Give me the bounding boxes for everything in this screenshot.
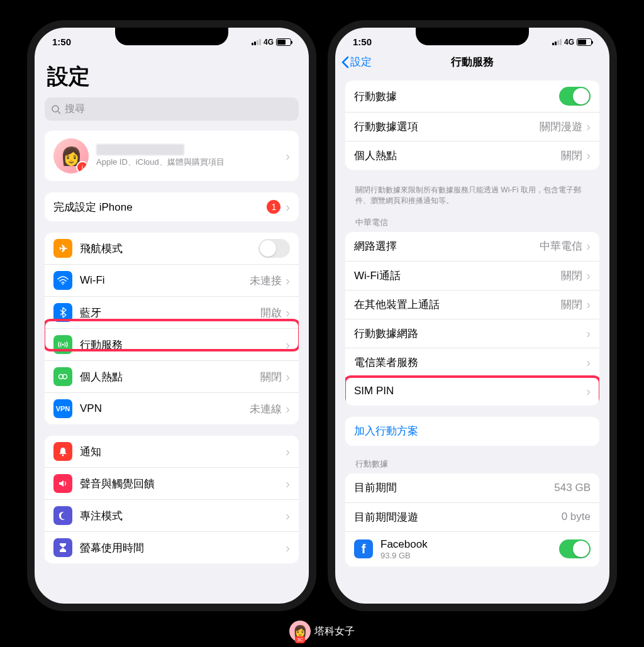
chevron-right-icon: ›: [586, 119, 591, 134]
status-time: 1:50: [52, 36, 71, 47]
calls-other-devices-row[interactable]: 在其他裝置上通話 關閉 ›: [345, 290, 599, 319]
finish-setup-label: 完成設定 iPhone: [53, 200, 267, 214]
chevron-right-icon: ›: [286, 274, 290, 288]
phone-settings: 1:50 4G 設定 搜尋 👩i Apple ID、iCloud、媒體與購買項目…: [27, 20, 316, 611]
svg-point-2: [62, 284, 64, 285]
battery-icon: [577, 38, 592, 46]
profile-subtitle: Apple ID、iCloud、媒體與購買項目: [96, 157, 286, 168]
sim-pin-row[interactable]: SIM PIN ›: [345, 377, 599, 406]
search-input[interactable]: 搜尋: [45, 97, 299, 121]
personal-hotspot-row[interactable]: 個人熱點 關閉 ›: [345, 141, 599, 170]
sounds-row[interactable]: 聲音與觸覺回饋 ›: [45, 467, 299, 499]
chevron-right-icon: ›: [286, 370, 290, 384]
chevron-right-icon: ›: [586, 239, 591, 253]
speaker-icon: [53, 474, 72, 493]
wifi-icon: [53, 271, 72, 290]
app-facebook-row[interactable]: f Facebook 93.9 GB: [345, 531, 599, 567]
status-bar: 1:50 4G: [335, 28, 609, 50]
carrier-services-row[interactable]: 電信業者服務 ›: [345, 348, 599, 377]
chevron-right-icon: ›: [286, 477, 290, 491]
chevron-right-icon: ›: [586, 268, 591, 283]
antenna-icon: [53, 335, 72, 354]
status-bar: 1:50 4G: [35, 28, 309, 50]
chevron-right-icon: ›: [586, 326, 591, 341]
hotspot-icon: [53, 367, 72, 386]
cellular-row[interactable]: 行動服務 ›: [45, 328, 299, 360]
carrier-header: 中華電信: [345, 216, 599, 232]
chevron-right-icon: ›: [286, 338, 290, 352]
chevron-right-icon: ›: [586, 297, 591, 312]
watermark-text: 塔科女子: [314, 625, 355, 638]
chevron-right-icon: ›: [286, 149, 290, 163]
finish-setup-row[interactable]: 完成設定 iPhone 1 ›: [45, 192, 299, 221]
hourglass-icon: [53, 538, 72, 557]
status-indicators: 4G: [252, 38, 291, 47]
cellular-footer: 關閉行動數據來限制所有數據服務只能透過 Wi-Fi 取用，包含電子郵件、瀏覽網頁…: [345, 181, 599, 216]
facebook-toggle[interactable]: [559, 539, 591, 558]
chevron-right-icon: ›: [586, 384, 591, 399]
vpn-row[interactable]: VPN VPN 未連線 ›: [45, 392, 299, 424]
chevron-left-icon: [341, 56, 349, 69]
search-icon: [51, 104, 61, 114]
avatar: 👩i: [53, 138, 89, 174]
wifi-calling-row[interactable]: Wi-Fi通話 關閉 ›: [345, 261, 599, 290]
nav-title: 行動服務: [451, 55, 494, 69]
signal-icon: [252, 39, 261, 45]
search-placeholder: 搜尋: [65, 102, 85, 116]
notifications-row[interactable]: 通知 ›: [45, 436, 299, 467]
chevron-right-icon: ›: [286, 445, 290, 459]
network-selection-row[interactable]: 網路選擇 中華電信 ›: [345, 232, 599, 261]
moon-icon: [53, 506, 72, 525]
airplane-mode-row[interactable]: ✈ 飛航模式: [45, 233, 299, 264]
chevron-right-icon: ›: [286, 306, 290, 320]
chevron-right-icon: ›: [286, 541, 290, 555]
chevron-right-icon: ›: [286, 509, 290, 523]
network-label: 4G: [264, 38, 274, 47]
data-network-row[interactable]: 行動數據網路 ›: [345, 319, 599, 348]
data-options-row[interactable]: 行動數據選項 關閉漫遊 ›: [345, 112, 599, 141]
svg-point-3: [62, 344, 64, 346]
back-button[interactable]: 設定: [341, 55, 372, 69]
chevron-right-icon: ›: [586, 148, 591, 163]
svg-point-6: [62, 455, 64, 456]
signal-icon: [552, 39, 562, 45]
battery-icon: [276, 38, 291, 46]
profile-name-redacted: [96, 144, 184, 155]
airplane-icon: ✈: [53, 239, 72, 258]
focus-row[interactable]: 專注模式 ›: [45, 499, 299, 531]
screentime-row[interactable]: 螢幕使用時間 ›: [45, 531, 299, 563]
vpn-icon: VPN: [53, 399, 72, 418]
bell-icon: [53, 442, 72, 461]
chevron-right-icon: ›: [586, 355, 591, 370]
roaming-period-row: 目前期間漫遊 0 byte: [345, 502, 599, 531]
page-title: 設定: [45, 50, 299, 97]
data-usage-header: 行動數據: [345, 457, 599, 473]
badge-count: 1: [267, 200, 280, 214]
phone-cellular: 1:50 4G 設定 行動服務 行動數據 行動數據選項 關閉漫遊 › 個人熱點: [328, 20, 617, 611]
add-plan-row[interactable]: 加入行動方案: [345, 417, 599, 446]
network-label: 4G: [564, 38, 574, 47]
watermark-avatar-icon: 👩: [289, 621, 311, 642]
hotspot-row[interactable]: 個人熱點 關閉 ›: [45, 360, 299, 392]
airplane-toggle[interactable]: [258, 239, 290, 258]
chevron-right-icon: ›: [286, 200, 290, 214]
bluetooth-icon: [53, 303, 72, 322]
facebook-icon: f: [354, 539, 373, 558]
bluetooth-row[interactable]: 藍牙 開啟 ›: [45, 296, 299, 328]
wifi-row[interactable]: Wi-Fi 未連接 ›: [45, 264, 299, 296]
apple-id-row[interactable]: 👩i Apple ID、iCloud、媒體與購買項目 ›: [45, 131, 299, 181]
status-indicators: 4G: [552, 38, 592, 47]
cellular-data-toggle[interactable]: [559, 87, 591, 106]
svg-point-0: [52, 106, 58, 112]
svg-line-1: [58, 111, 60, 114]
current-period-row: 目前期間 543 GB: [345, 473, 599, 502]
nav-bar: 設定 行動服務: [335, 50, 609, 75]
status-time: 1:50: [353, 36, 372, 47]
chevron-right-icon: ›: [286, 402, 290, 416]
watermark: 👩 塔科女子: [289, 621, 355, 642]
cellular-data-row[interactable]: 行動數據: [345, 80, 599, 112]
